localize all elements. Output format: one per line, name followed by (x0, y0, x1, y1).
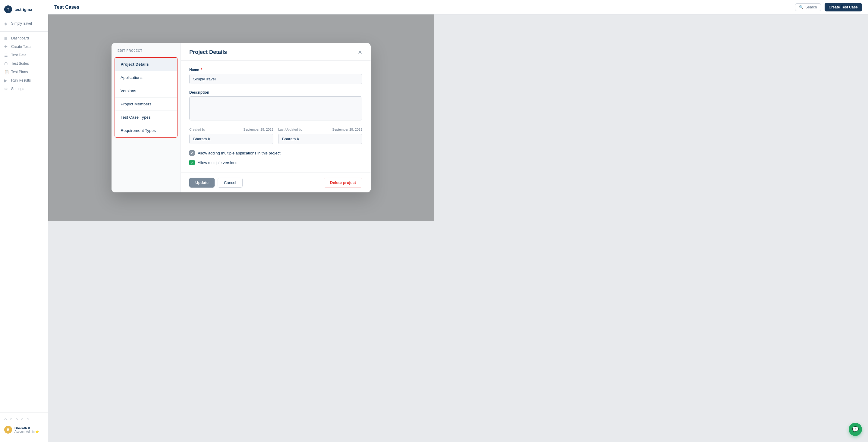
edit-content-header: Project Details ✕ (181, 43, 371, 61)
edit-project-modal: EDIT PROJECT Project Details Application… (112, 43, 371, 193)
project-icon: ◈ (4, 22, 8, 26)
name-label: Name * (189, 68, 362, 72)
created-by-date: September 29, 2023 (243, 128, 273, 131)
checkbox-multiple-apps-label: Allow adding multiple applications in th… (198, 151, 281, 156)
description-label: Description (189, 90, 362, 95)
delete-project-button[interactable]: Delete project (324, 178, 362, 188)
app-logo-icon: T (4, 5, 12, 13)
app-logo-text: testrigma (14, 7, 32, 12)
sidebar-item-test-suites[interactable]: ⬡ Test Suites (0, 59, 48, 68)
create-tests-icon: ✚ (4, 44, 8, 49)
sidebar-logo: T testrigma (0, 4, 48, 18)
edit-content-title: Project Details (189, 49, 227, 56)
nav-item-project-details[interactable]: Project Details (115, 58, 177, 71)
checkbox-multiple-versions-label: Allow multiple versions (198, 161, 238, 165)
footer-left-actions: Update Cancel (189, 178, 243, 188)
edit-content-body: Name * Description (181, 61, 371, 172)
name-field-group: Name * (189, 68, 362, 84)
sidebar-project-label: ◈ SimplyTravel (0, 18, 48, 29)
edit-nav-items: Project Details Applications Versions Pr… (115, 57, 178, 138)
sidebar-item-create-tests[interactable]: ✚ Create Tests (0, 42, 48, 51)
checkbox-multiple-apps[interactable]: ✓ Allow adding multiple applications in … (189, 150, 362, 156)
sidebar-item-test-data[interactable]: ☰ Test Data (0, 51, 48, 59)
nav-item-requirement-types[interactable]: Requirement Types (115, 124, 177, 137)
sidebar: T testrigma ◈ SimplyTravel ⊞ Dashboard ✚… (0, 0, 48, 221)
page-title: Test Cases (54, 4, 79, 10)
last-updated-group: Last Updated by September 29, 2023 (278, 128, 362, 144)
last-updated-label: Last Updated by (278, 128, 302, 131)
dashboard-icon: ⊞ (4, 36, 8, 40)
close-button[interactable]: ✕ (358, 50, 362, 55)
topbar: Test Cases 🔍 Search Create Test Case (48, 0, 434, 14)
test-suites-icon: ⬡ (4, 61, 8, 66)
cancel-button[interactable]: Cancel (218, 178, 242, 188)
modal-overlay[interactable]: EDIT PROJECT Project Details Application… (48, 14, 434, 221)
edit-nav-title: EDIT PROJECT (112, 49, 181, 57)
sidebar-divider-top (0, 31, 48, 32)
edit-nav-panel: EDIT PROJECT Project Details Application… (112, 43, 181, 193)
last-updated-input[interactable] (278, 134, 362, 144)
sidebar-item-run-results[interactable]: ▶ Run Results (0, 76, 48, 84)
test-plans-icon: 📋 (4, 70, 8, 74)
last-updated-date: September 29, 2023 (332, 128, 362, 131)
run-results-icon: ▶ (4, 78, 8, 82)
edit-footer: Update Cancel Delete project (181, 172, 371, 193)
main-content: EDIT PROJECT Project Details Application… (48, 14, 434, 221)
edit-project-layout: EDIT PROJECT Project Details Application… (112, 43, 371, 193)
nav-item-test-case-types[interactable]: Test Case Types (115, 111, 177, 124)
sidebar-item-settings[interactable]: ⚙ Settings (0, 84, 48, 93)
description-input[interactable] (189, 96, 362, 121)
created-by-group: Created by September 29, 2023 (189, 128, 273, 144)
created-by-header: Created by September 29, 2023 (189, 128, 273, 133)
meta-row: Created by September 29, 2023 Last Updat… (189, 128, 362, 144)
checkbox-group: ✓ Allow adding multiple applications in … (189, 150, 362, 165)
description-field-group: Description (189, 90, 362, 122)
sidebar-item-dashboard[interactable]: ⊞ Dashboard (0, 34, 48, 42)
required-star: * (201, 68, 202, 72)
checkbox-multiple-versions-box[interactable]: ✓ (189, 160, 195, 165)
settings-icon: ⚙ (4, 87, 8, 91)
last-updated-header: Last Updated by September 29, 2023 (278, 128, 362, 133)
nav-item-versions[interactable]: Versions (115, 84, 177, 98)
name-input[interactable] (189, 74, 362, 84)
nav-item-project-members[interactable]: Project Members (115, 98, 177, 111)
created-by-label: Created by (189, 128, 206, 131)
nav-item-applications[interactable]: Applications (115, 71, 177, 84)
checkbox-multiple-versions[interactable]: ✓ Allow multiple versions (189, 160, 362, 165)
sidebar-item-test-plans[interactable]: 📋 Test Plans (0, 68, 48, 76)
sidebar-project-section: ◈ SimplyTravel (0, 19, 48, 28)
checkbox-multiple-apps-box[interactable]: ✓ (189, 150, 195, 156)
edit-content-panel: Project Details ✕ Name * (181, 43, 371, 193)
update-button[interactable]: Update (189, 178, 215, 188)
created-by-input[interactable] (189, 134, 273, 144)
test-data-icon: ☰ (4, 53, 8, 57)
